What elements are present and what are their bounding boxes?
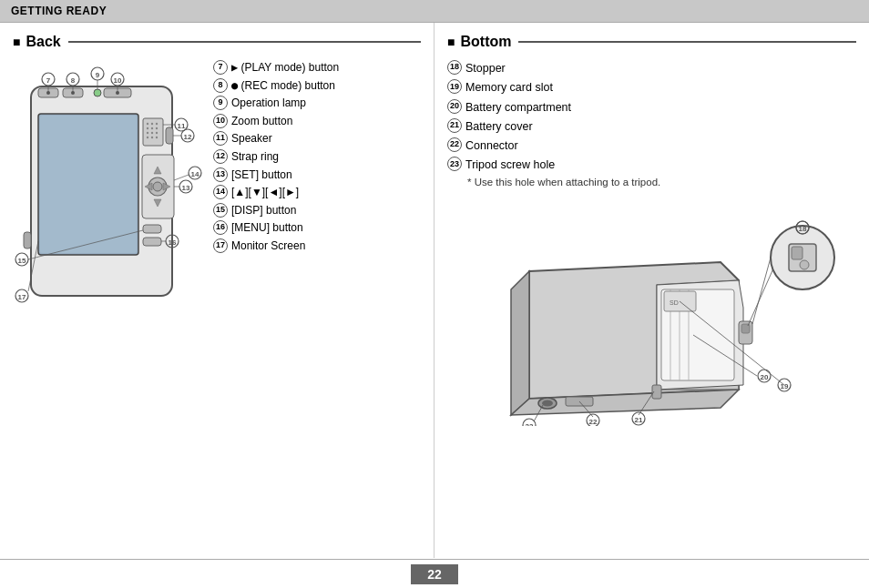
- svg-point-21: [151, 137, 153, 138]
- main-content: Back: [0, 23, 869, 558]
- svg-text:8: 8: [71, 76, 76, 85]
- svg-point-20: [147, 137, 148, 138]
- label-15: 15 [DISP] button: [213, 202, 339, 219]
- label-7: 7 ▶ (PLAY mode) button: [213, 59, 339, 76]
- bottom-camera-area: SD: [447, 198, 856, 429]
- svg-point-11: [147, 123, 148, 125]
- label-18: 18 Stopper: [447, 59, 856, 78]
- header-title: GETTING READY: [11, 5, 107, 17]
- label-12: 12 Strap ring: [213, 148, 339, 166]
- label-9: 9 Operation lamp: [213, 95, 339, 112]
- back-labels-list: 7 ▶ (PLAY mode) button 8 ● (REC mode) bu…: [213, 59, 339, 256]
- footer: 22: [0, 559, 869, 588]
- svg-point-16: [156, 127, 158, 129]
- camera-bottom-diagram: SD: [447, 198, 848, 426]
- label-16: 16 [MENU] button: [213, 219, 339, 237]
- svg-text:12: 12: [184, 133, 192, 141]
- svg-point-98: [800, 260, 809, 269]
- svg-text:19: 19: [781, 382, 789, 390]
- bottom-section: Bottom 18 Stopper 19 Memory card slot 20…: [434, 23, 869, 558]
- svg-line-99: [752, 258, 771, 324]
- svg-point-19: [156, 132, 158, 134]
- label-23: 23 Tripod screw hole: [447, 156, 856, 175]
- svg-text:21: 21: [635, 416, 643, 424]
- tripod-note: * Use this hole when attaching to a trip…: [467, 174, 856, 192]
- svg-point-22: [156, 137, 158, 138]
- svg-text:13: 13: [182, 184, 190, 192]
- svg-point-74: [542, 400, 553, 407]
- svg-point-17: [147, 132, 148, 134]
- camera-back-diagram: 7 8 9 10 11 12: [13, 59, 204, 332]
- label-21: 21 Battery cover: [447, 117, 856, 137]
- svg-point-13: [156, 123, 158, 125]
- svg-text:10: 10: [114, 76, 122, 85]
- svg-point-12: [151, 123, 153, 125]
- svg-text:SD: SD: [670, 299, 679, 306]
- label-17: 17 Monitor Screen: [213, 238, 339, 255]
- back-diagram-area: 7 8 9 10 11 12: [13, 59, 421, 332]
- label-19: 19 Memory card slot: [447, 78, 856, 97]
- svg-rect-10: [143, 118, 163, 146]
- svg-text:15: 15: [18, 257, 26, 265]
- svg-text:11: 11: [178, 122, 186, 130]
- svg-line-57: [174, 175, 189, 180]
- svg-text:7: 7: [46, 76, 51, 85]
- svg-text:17: 17: [18, 293, 26, 301]
- svg-rect-33: [24, 232, 31, 248]
- svg-point-14: [147, 127, 148, 129]
- label-8: 8 ● (REC mode) button: [213, 77, 339, 95]
- svg-point-18: [151, 132, 153, 134]
- svg-text:20: 20: [761, 373, 769, 381]
- label-14: 14 [▲][▼][◄][►]: [213, 184, 339, 201]
- svg-point-26: [153, 182, 162, 191]
- label-20: 20 Battery compartment: [447, 98, 856, 117]
- svg-rect-32: [143, 238, 161, 246]
- svg-point-15: [151, 127, 153, 129]
- label-22: 22 Connector: [447, 137, 856, 156]
- svg-text:22: 22: [589, 418, 598, 426]
- svg-rect-2: [40, 116, 137, 253]
- svg-rect-23: [166, 127, 173, 144]
- svg-text:18: 18: [799, 225, 807, 233]
- bottom-section-title: Bottom: [447, 34, 856, 50]
- svg-text:9: 9: [96, 71, 100, 79]
- label-13: 13 [SET] button: [213, 167, 339, 184]
- svg-rect-97: [792, 247, 803, 259]
- label-11: 11 Speaker: [213, 130, 339, 147]
- back-section: Back: [0, 23, 434, 558]
- page-number: 22: [411, 564, 458, 584]
- bottom-labels-list: 18 Stopper 19 Memory card slot 20 Batter…: [447, 59, 856, 191]
- svg-text:16: 16: [169, 238, 177, 247]
- svg-rect-31: [143, 225, 161, 233]
- back-section-title: Back: [13, 34, 421, 50]
- label-10: 10 Zoom button: [213, 113, 339, 130]
- header-bar: GETTING READY: [0, 0, 869, 23]
- svg-point-7: [94, 89, 101, 96]
- svg-text:14: 14: [191, 170, 199, 178]
- svg-text:23: 23: [526, 422, 534, 426]
